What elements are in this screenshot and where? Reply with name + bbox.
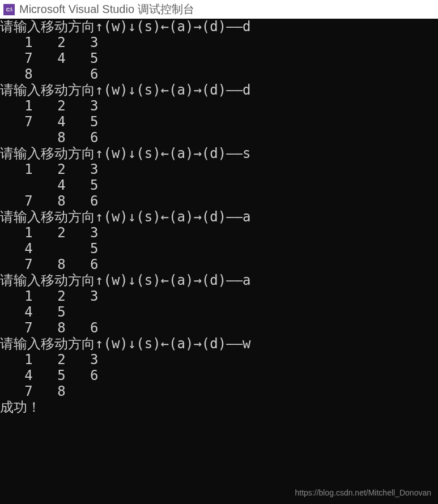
window-title-bar: C:\ Microsoft Visual Studio 调试控制台 bbox=[0, 0, 438, 19]
watermark-text: https://blog.csdn.net/Mitchell_Donovan bbox=[295, 488, 431, 497]
app-icon-label: C:\ bbox=[6, 7, 12, 12]
app-icon: C:\ bbox=[3, 4, 15, 15]
console-output: 请输入移动方向↑(w)↓(s)←(a)→(d)——d 1 2 3 7 4 5 8… bbox=[0, 19, 438, 415]
window-title: Microsoft Visual Studio 调试控制台 bbox=[19, 2, 194, 17]
